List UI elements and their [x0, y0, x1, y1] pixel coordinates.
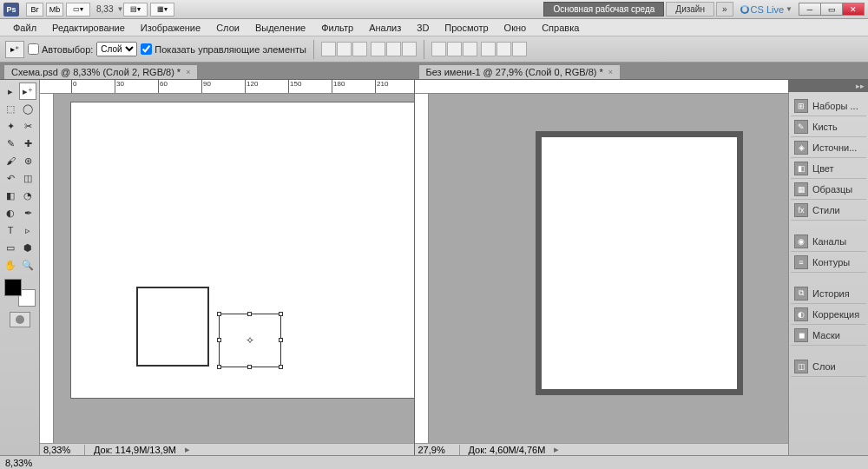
eyedropper-tool[interactable]: ✎ — [2, 135, 19, 152]
info-dropdown-icon[interactable]: ▸ — [185, 444, 190, 455]
gradient-tool[interactable]: ◧ — [2, 187, 19, 204]
align-icon[interactable] — [386, 42, 401, 56]
minibridge-icon[interactable]: Mb — [46, 3, 63, 17]
info-dropdown-icon[interactable]: ▸ — [554, 444, 559, 455]
screen-mode-dropdown[interactable]: ▭▾ — [66, 3, 90, 17]
zoom-dropdown-icon[interactable]: ▼ — [116, 5, 123, 13]
panel-цвет[interactable]: ◧Цвет — [791, 158, 866, 179]
arrange-dropdown[interactable]: ▤▾ — [123, 3, 148, 17]
blur-tool[interactable]: ◔ — [19, 187, 36, 204]
color-swatches[interactable] — [4, 279, 36, 307]
menu-select[interactable]: Выделение — [247, 23, 313, 33]
transform-handle[interactable] — [217, 312, 221, 316]
wand-tool[interactable]: ✦ — [2, 117, 19, 135]
panel-коррекция[interactable]: ◐Коррекция — [791, 304, 866, 325]
menu-file[interactable]: Файл — [5, 23, 44, 33]
hand-tool[interactable]: ✋ — [2, 256, 19, 274]
align-icon[interactable] — [337, 42, 352, 56]
brush-tool[interactable]: 🖌 — [2, 152, 19, 169]
transform-handle[interactable] — [279, 312, 283, 316]
canvas-area-2[interactable] — [429, 94, 789, 443]
cslive-button[interactable]: CS Live▼ — [740, 4, 792, 15]
panel-кисть[interactable]: ✎Кисть — [791, 116, 866, 137]
maximize-button[interactable]: ▭ — [820, 3, 843, 16]
panel-каналы[interactable]: ◉Каналы — [791, 231, 866, 252]
quickmask-button[interactable] — [10, 312, 30, 327]
zoom-display-2[interactable]: 27,9% — [418, 445, 460, 455]
path-tool[interactable]: ▹ — [19, 221, 36, 239]
crop-tool[interactable]: ✂ — [19, 117, 36, 135]
panel-маски[interactable]: ◼Маски — [791, 325, 866, 346]
shape-tool[interactable]: ▭ — [2, 239, 19, 256]
menu-view[interactable]: Просмотр — [437, 23, 496, 33]
workspace-essentials-button[interactable]: Основная рабочая среда — [543, 2, 664, 17]
dist-icon[interactable] — [512, 42, 527, 56]
menu-layers[interactable]: Слои — [208, 23, 247, 33]
menu-3d[interactable]: 3D — [409, 23, 437, 33]
canvas-2[interactable] — [542, 137, 737, 389]
workspace-design-button[interactable]: Дизайн — [666, 2, 714, 17]
menu-window[interactable]: Окно — [496, 23, 535, 33]
zoom-tool[interactable]: 🔍 — [19, 256, 36, 274]
dist-icon[interactable] — [447, 42, 462, 56]
move-tool-selected[interactable]: ▸⁺ — [19, 83, 36, 100]
dist-icon[interactable] — [496, 42, 511, 56]
pen-tool[interactable]: ✒ — [19, 204, 36, 221]
fg-color[interactable] — [4, 279, 22, 296]
menu-image[interactable]: Изображение — [133, 23, 208, 33]
rectangle-2-selected[interactable]: ✧ — [219, 314, 281, 367]
panel-образцы[interactable]: ▦Образцы — [791, 179, 866, 200]
current-tool-icon[interactable]: ▸⁺ — [5, 41, 24, 58]
rectangle-1[interactable] — [136, 287, 209, 367]
history-brush-tool[interactable]: ↶ — [2, 169, 19, 187]
panel-наборы[interactable]: ⊞Наборы ... — [791, 96, 866, 116]
dist-icon[interactable] — [431, 42, 446, 56]
menu-filter[interactable]: Фильтр — [313, 23, 361, 33]
minimize-button[interactable]: ─ — [799, 3, 821, 16]
canvas-area-1[interactable]: ✧ — [54, 94, 414, 443]
transform-handle[interactable] — [279, 365, 283, 369]
panel-стили[interactable]: fxСтили — [791, 200, 866, 221]
move-tool[interactable]: ▸ — [2, 83, 19, 100]
align-icon[interactable] — [402, 42, 417, 56]
dist-icon[interactable] — [463, 42, 477, 56]
transform-handle[interactable] — [217, 365, 221, 369]
transform-handle[interactable] — [247, 365, 252, 369]
panel-источни[interactable]: ◈Источни... — [791, 137, 866, 158]
lasso-tool[interactable]: ◯ — [19, 100, 36, 117]
align-icon[interactable] — [352, 42, 367, 56]
autoselect-dropdown[interactable]: Слой — [96, 42, 137, 56]
bridge-icon[interactable]: Br — [26, 3, 43, 17]
dist-icon[interactable] — [481, 42, 496, 56]
dodge-tool[interactable]: ◐ — [2, 204, 19, 221]
panels-collapse-bar[interactable]: ▸▸ — [788, 80, 868, 92]
panel-слои[interactable]: ◫Слои — [791, 356, 866, 377]
tab-doc2[interactable]: Без имени-1 @ 27,9% (Слой 0, RGB/8) *× — [418, 64, 621, 79]
canvas-1[interactable]: ✧ — [71, 102, 414, 398]
heal-tool[interactable]: ✚ — [19, 135, 36, 152]
transform-handle[interactable] — [247, 312, 252, 316]
eraser-tool[interactable]: ◫ — [19, 169, 36, 187]
transform-handle[interactable] — [217, 338, 221, 342]
3d-tool[interactable]: ⬢ — [19, 239, 36, 256]
close-icon[interactable]: × — [186, 68, 190, 76]
menu-help[interactable]: Справка — [534, 23, 587, 33]
show-controls-checkbox[interactable]: Показать управляющие элементы — [141, 43, 306, 55]
align-icon[interactable] — [321, 42, 336, 56]
tab-doc1[interactable]: Схема.psd @ 8,33% (Слой 2, RGB/8) *× — [3, 64, 198, 79]
panel-история[interactable]: ⧉История — [791, 283, 866, 304]
extras-dropdown[interactable]: ▦▾ — [150, 3, 174, 17]
marquee-tool[interactable]: ⬚ — [2, 100, 19, 117]
close-button[interactable]: ✕ — [842, 3, 865, 16]
stamp-tool[interactable]: ⊛ — [19, 152, 36, 169]
autoselect-checkbox[interactable]: Автовыбор: — [28, 43, 93, 55]
close-icon[interactable]: × — [608, 68, 613, 76]
zoom-display[interactable]: 8,33% — [43, 445, 85, 455]
panel-контуры[interactable]: ≡Контуры — [791, 252, 866, 273]
menu-analysis[interactable]: Анализ — [361, 23, 409, 33]
transform-handle[interactable] — [279, 338, 283, 342]
workspace-more-button[interactable]: » — [716, 2, 733, 17]
align-icon[interactable] — [371, 42, 385, 56]
menu-edit[interactable]: Редактирование — [44, 23, 133, 33]
type-tool[interactable]: T — [2, 221, 19, 239]
